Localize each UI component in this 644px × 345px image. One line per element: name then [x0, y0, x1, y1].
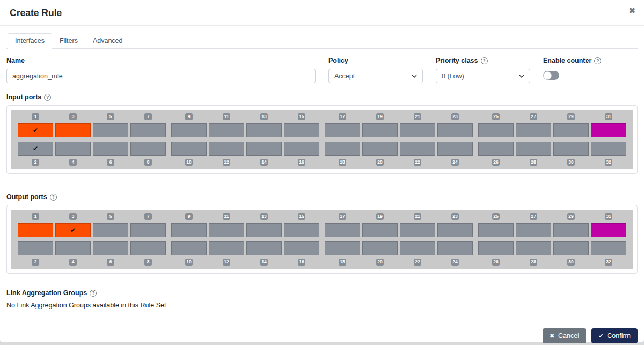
output-ports-help-icon[interactable]: ? [50, 194, 57, 201]
output-port-31[interactable] [591, 223, 626, 237]
input-port-5[interactable] [93, 123, 128, 137]
output-port-17[interactable] [325, 223, 360, 237]
input-port-8[interactable] [130, 142, 166, 156]
input-port-7[interactable] [130, 123, 166, 137]
output-port-column: 2324 [437, 213, 473, 266]
close-icon[interactable]: ✖ [628, 6, 635, 14]
input-port-17[interactable] [325, 123, 360, 137]
port-number-badge: 1 [32, 113, 39, 120]
output-port-column: 910 [171, 213, 207, 266]
output-port-8[interactable] [130, 241, 166, 255]
output-port-3[interactable]: ✔ [55, 223, 91, 237]
output-port-25[interactable] [478, 223, 514, 237]
output-port-9[interactable] [171, 223, 207, 237]
output-port-11[interactable] [209, 223, 244, 237]
output-port-6[interactable] [93, 241, 128, 255]
input-port-27[interactable] [516, 123, 551, 137]
input-port-12[interactable] [209, 142, 244, 156]
output-port-10[interactable] [171, 241, 207, 255]
port-number-badge: 32 [605, 259, 612, 266]
input-port-20[interactable] [362, 142, 398, 156]
input-port-25[interactable] [478, 123, 514, 137]
input-port-13[interactable] [246, 123, 282, 137]
input-port-2[interactable]: ✔ [18, 142, 53, 156]
policy-label: Policy [328, 57, 423, 64]
input-port-18[interactable] [325, 142, 360, 156]
input-port-23[interactable] [437, 123, 473, 137]
port-number-badge: 2 [32, 159, 39, 166]
input-port-24[interactable] [437, 142, 473, 156]
port-number-badge: 18 [339, 159, 346, 166]
name-input[interactable] [6, 69, 316, 83]
tab-filters[interactable]: Filters [52, 33, 85, 49]
check-icon: ✔ [598, 333, 603, 339]
output-port-5[interactable] [93, 223, 128, 237]
output-port-column: 2526 [478, 213, 514, 266]
output-port-1[interactable] [18, 223, 53, 237]
input-port-14[interactable] [246, 142, 282, 156]
output-port-22[interactable] [400, 241, 435, 255]
output-port-18[interactable] [325, 241, 360, 255]
output-port-14[interactable] [246, 241, 282, 255]
counter-help-icon[interactable]: ? [594, 57, 601, 64]
output-port-4[interactable] [55, 241, 91, 255]
enable-counter-toggle[interactable] [543, 71, 559, 80]
input-port-30[interactable] [553, 142, 589, 156]
input-port-9[interactable] [171, 123, 207, 137]
lag-help-icon[interactable]: ? [90, 290, 97, 297]
output-port-column: 78 [130, 213, 166, 266]
output-port-19[interactable] [362, 223, 398, 237]
chevron-down-icon [412, 75, 417, 78]
confirm-button[interactable]: ✔ Confirm [591, 328, 638, 343]
output-port-28[interactable] [516, 241, 551, 255]
output-port-7[interactable] [130, 223, 166, 237]
input-port-21[interactable] [400, 123, 435, 137]
output-port-12[interactable] [209, 241, 244, 255]
input-port-29[interactable] [553, 123, 589, 137]
input-port-19[interactable] [362, 123, 398, 137]
input-port-31[interactable] [591, 123, 626, 137]
output-port-30[interactable] [553, 241, 589, 255]
output-port-26[interactable] [478, 241, 514, 255]
output-port-16[interactable] [284, 241, 319, 255]
input-port-32[interactable] [591, 142, 626, 156]
input-port-26[interactable] [478, 142, 514, 156]
output-port-27[interactable] [516, 223, 551, 237]
tab-interfaces[interactable]: Interfaces [8, 33, 52, 49]
output-port-column: 1314 [246, 213, 282, 266]
input-port-28[interactable] [516, 142, 551, 156]
input-port-4[interactable] [55, 142, 91, 156]
output-port-29[interactable] [553, 223, 589, 237]
output-port-2[interactable] [18, 241, 53, 255]
port-number-badge: 16 [298, 159, 305, 166]
input-port-15[interactable] [284, 123, 319, 137]
input-port-11[interactable] [209, 123, 244, 137]
port-number-badge: 22 [414, 159, 421, 166]
page-title: Create Rule [10, 8, 634, 19]
port-number-badge: 2 [32, 259, 39, 266]
output-port-20[interactable] [362, 241, 398, 255]
input-port-3[interactable] [55, 123, 91, 137]
input-port-column: 1718 [325, 113, 360, 166]
name-field-group: Name [6, 57, 316, 83]
input-port-16[interactable] [284, 142, 319, 156]
lag-empty-text: No Link Aggregation Groups available in … [6, 302, 638, 309]
port-number-badge: 12 [223, 159, 230, 166]
input-port-6[interactable] [93, 142, 128, 156]
priority-select[interactable]: 0 (Low) [436, 69, 530, 83]
output-port-15[interactable] [284, 223, 319, 237]
input-port-10[interactable] [171, 142, 207, 156]
output-port-24[interactable] [437, 241, 473, 255]
tab-advanced[interactable]: Advanced [85, 33, 130, 49]
input-ports-help-icon[interactable]: ? [44, 94, 51, 101]
priority-help-icon[interactable]: ? [481, 57, 488, 64]
output-port-23[interactable] [437, 223, 473, 237]
output-port-32[interactable] [591, 241, 626, 255]
input-port-1[interactable]: ✔ [18, 123, 53, 137]
policy-select[interactable]: Accept [328, 69, 423, 83]
input-port-22[interactable] [400, 142, 435, 156]
output-port-13[interactable] [246, 223, 282, 237]
output-port-21[interactable] [400, 223, 435, 237]
port-number-badge: 15 [298, 113, 305, 120]
cancel-button[interactable]: ✖ Cancel [543, 328, 586, 343]
